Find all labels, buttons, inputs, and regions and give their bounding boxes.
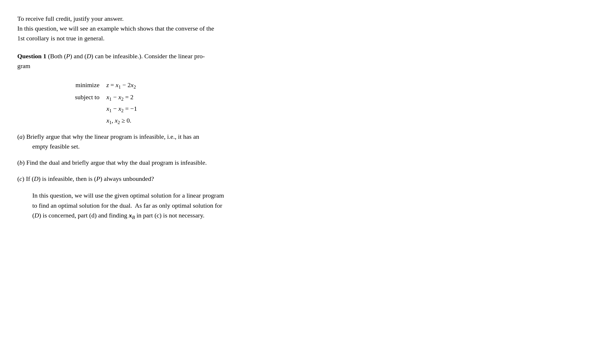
constraint1: x1 − x2 = 2 (106, 92, 137, 103)
final-para-line1: In this question, we will use the given … (32, 192, 224, 199)
part-c-block: (c) If (D) is infeasible, then is (P) al… (17, 174, 573, 184)
part-c-text: If (D) is infeasible, then is (P) always… (26, 175, 154, 182)
intro-line1: To receive full credit, justify your ans… (17, 14, 573, 24)
question1-label: Question 1 (17, 52, 46, 60)
final-para-line2: to find an optimal solution for the dual… (32, 202, 222, 209)
constraint2: x1 − x2 = −1 (106, 103, 137, 115)
page-content: To receive full credit, justify your ans… (17, 14, 573, 221)
subjectto-label: subject to (75, 92, 99, 127)
part-b-text: Find the dual and briefly argue that why… (26, 159, 207, 166)
part-b-block: (b) Find the dual and briefly argue that… (17, 158, 573, 168)
part-c-prefix: (c) (17, 175, 24, 182)
minimize-label: minimize (75, 80, 99, 91)
minimize-eq: z = x1 − 2x2 (106, 80, 137, 91)
constraints: x1 − x2 = 2 x1 − x2 = −1 x1, x2 ≥ 0. (106, 92, 137, 127)
question1-subtitle-cont: gram (17, 62, 30, 70)
part-a-prefix: (a) (17, 133, 25, 140)
part-a-line2: empty feasible set. (17, 142, 573, 151)
intro-line2: In this question, we will see an example… (17, 24, 573, 33)
question1-title: Question 1 (Both (P) and (D) can be infe… (17, 51, 573, 71)
final-para-line3: (D) is concerned, part (d) and finding x… (32, 212, 204, 219)
final-paragraph: In this question, we will use the given … (17, 191, 573, 221)
part-a-text: Briefly argue that why the linear progra… (26, 133, 199, 140)
question1-subtitle: (Both (P) and (D) can be infeasible.). C… (48, 52, 205, 60)
part-a-block: (a) Briefly argue that why the linear pr… (17, 132, 573, 151)
question1-block: Question 1 (Both (P) and (D) can be infe… (17, 51, 573, 221)
lp-formulation: minimize z = x1 − 2x2 subject to x1 − x2… (75, 80, 137, 127)
intro-line3: 1st corollary is not true in general. (17, 33, 573, 43)
part-b-line: (b) Find the dual and briefly argue that… (17, 158, 573, 168)
part-b-prefix: (b) (17, 159, 25, 166)
part-c-line: (c) If (D) is infeasible, then is (P) al… (17, 174, 573, 184)
part-a-line1: (a) Briefly argue that why the linear pr… (17, 132, 573, 142)
constraint3: x1, x2 ≥ 0. (106, 115, 137, 127)
intro-block: To receive full credit, justify your ans… (17, 14, 573, 43)
